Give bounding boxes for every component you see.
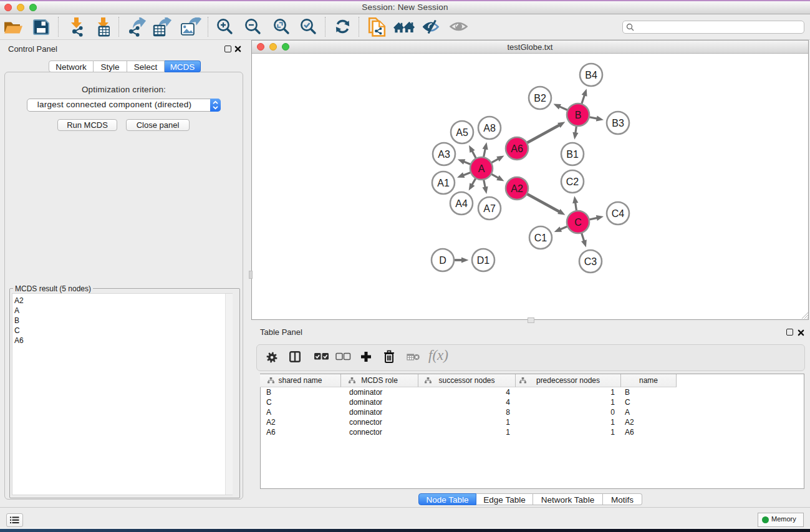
- svg-text:C: C: [574, 217, 582, 228]
- svg-text:D1: D1: [477, 255, 490, 266]
- svg-text:C4: C4: [612, 208, 625, 219]
- svg-text:B3: B3: [612, 118, 624, 128]
- svg-text:A2: A2: [511, 183, 523, 194]
- svg-text:B: B: [575, 110, 582, 120]
- svg-text:B1: B1: [566, 149, 579, 160]
- svg-text:A4: A4: [455, 198, 468, 209]
- svg-text:A8: A8: [483, 123, 496, 133]
- svg-text:A5: A5: [456, 127, 468, 138]
- svg-text:A1: A1: [437, 178, 450, 188]
- svg-text:A: A: [478, 163, 485, 174]
- svg-text:C1: C1: [534, 233, 547, 243]
- svg-text:B4: B4: [585, 70, 597, 80]
- svg-text:A7: A7: [483, 203, 496, 214]
- svg-text:C3: C3: [584, 256, 597, 267]
- svg-text:C2: C2: [566, 177, 579, 187]
- svg-text:A6: A6: [511, 143, 523, 154]
- svg-text:B2: B2: [534, 93, 546, 104]
- svg-text:D: D: [439, 255, 446, 266]
- svg-text:A3: A3: [438, 149, 450, 160]
